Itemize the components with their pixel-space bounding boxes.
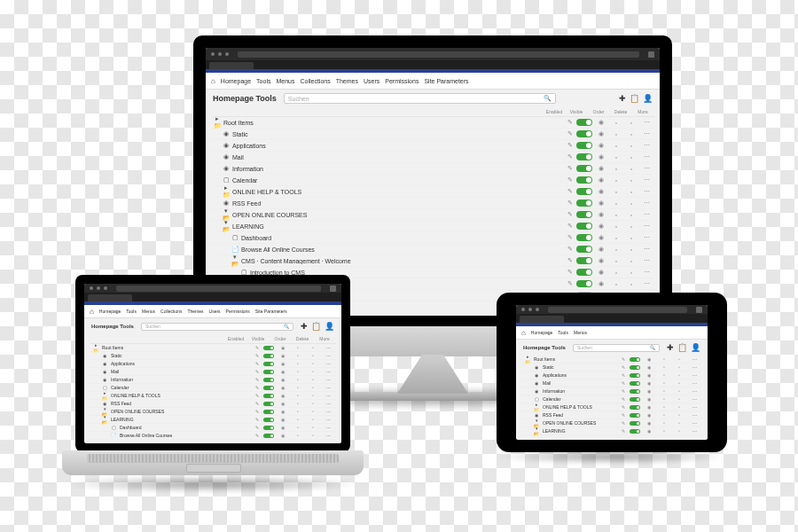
row-action[interactable]: ⋯ xyxy=(322,417,334,422)
nav-item[interactable]: Themes xyxy=(336,78,358,84)
row-action[interactable]: ◉ xyxy=(277,409,289,414)
row-action[interactable]: ▫ xyxy=(673,356,685,362)
tree-row[interactable]: 📄Browse All Online Courses✎◉▫▫⋯ xyxy=(211,244,654,255)
nav-item[interactable]: Tools xyxy=(126,309,137,314)
row-action[interactable]: ◉ xyxy=(595,269,607,276)
row-action[interactable]: ⋯ xyxy=(688,428,700,434)
row-action[interactable]: ⋯ xyxy=(322,369,334,374)
enabled-toggle[interactable] xyxy=(630,413,640,418)
nav-item[interactable]: Collections xyxy=(300,78,330,84)
row-action[interactable]: ▫ xyxy=(292,433,304,438)
row-action[interactable]: ▫ xyxy=(292,393,304,398)
clipboard-icon[interactable]: 📋 xyxy=(630,94,639,103)
row-action[interactable]: ▫ xyxy=(625,258,638,264)
row-action[interactable]: ▫ xyxy=(610,189,622,195)
edit-icon[interactable]: ✎ xyxy=(566,130,574,137)
enabled-toggle[interactable] xyxy=(576,130,592,137)
row-action[interactable]: ▫ xyxy=(658,372,670,378)
edit-icon[interactable]: ✎ xyxy=(253,361,261,366)
row-action[interactable]: ◉ xyxy=(277,425,289,430)
row-action[interactable]: ▫ xyxy=(610,200,622,207)
row-action[interactable]: ⋯ xyxy=(640,269,653,276)
home-icon[interactable]: ⌂ xyxy=(521,329,526,337)
enabled-toggle[interactable] xyxy=(263,410,274,414)
tree-row[interactable]: 📄Browse All Online Courses✎◉▫▫⋯ xyxy=(90,432,336,440)
enabled-toggle[interactable] xyxy=(630,397,640,402)
tree-row[interactable]: ◉Static✎◉▫▫⋯ xyxy=(211,129,654,140)
edit-icon[interactable]: ✎ xyxy=(619,396,627,402)
enabled-toggle[interactable] xyxy=(263,346,274,350)
browser-menu-icon[interactable] xyxy=(648,51,654,58)
edit-icon[interactable]: ✎ xyxy=(566,153,574,160)
edit-icon[interactable]: ✎ xyxy=(253,409,261,414)
edit-icon[interactable]: ✎ xyxy=(566,211,574,218)
row-action[interactable]: ◉ xyxy=(643,428,655,434)
row-action[interactable]: ▫ xyxy=(658,396,670,402)
enabled-toggle[interactable] xyxy=(263,426,274,430)
browser-tab[interactable] xyxy=(520,316,564,323)
row-action[interactable]: ◉ xyxy=(595,211,607,218)
tree-row[interactable]: ◉RSS Feed✎◉▫▫⋯ xyxy=(211,198,654,209)
row-action[interactable]: ▫ xyxy=(307,369,319,374)
edit-icon[interactable]: ✎ xyxy=(253,433,261,438)
tree-row[interactable]: ▾📂OPEN ONLINE COURSES✎◉▫▫⋯ xyxy=(90,408,336,416)
nav-item[interactable]: Menus xyxy=(574,330,587,335)
row-action[interactable]: ▫ xyxy=(610,235,622,241)
row-action[interactable]: ◉ xyxy=(595,165,607,172)
row-action[interactable]: ▫ xyxy=(307,425,319,430)
row-action[interactable]: ◉ xyxy=(595,257,607,264)
enabled-toggle[interactable] xyxy=(576,153,592,160)
row-action[interactable]: ⋯ xyxy=(322,433,334,438)
tree-row[interactable]: ◉Mail✎◉▫▫⋯ xyxy=(211,152,654,163)
tree-row[interactable]: ◉Applications✎◉▫▫⋯ xyxy=(211,140,654,152)
enabled-toggle[interactable] xyxy=(263,362,274,366)
row-action[interactable]: ◉ xyxy=(643,404,655,410)
tree-row[interactable]: ▾📂CMS · Content Management · Welcome✎◉▫▫… xyxy=(211,255,654,267)
enabled-toggle[interactable] xyxy=(576,223,592,230)
row-action[interactable]: ◉ xyxy=(643,388,655,394)
tree-row[interactable]: ▸📁ONLINE HELP & TOOLS✎◉▫▫⋯ xyxy=(521,403,702,411)
enabled-toggle[interactable] xyxy=(630,405,640,410)
row-action[interactable]: ▫ xyxy=(625,189,638,195)
row-action[interactable]: ▫ xyxy=(307,385,319,390)
row-action[interactable]: ▫ xyxy=(658,404,670,410)
edit-icon[interactable]: ✎ xyxy=(566,165,574,172)
tree-row[interactable]: ◉Static✎◉▫▫⋯ xyxy=(90,352,336,360)
row-action[interactable]: ◉ xyxy=(277,385,289,390)
edit-icon[interactable]: ✎ xyxy=(619,388,627,394)
enabled-toggle[interactable] xyxy=(576,142,592,149)
row-action[interactable]: ▫ xyxy=(658,420,670,426)
row-action[interactable]: ▫ xyxy=(307,401,319,406)
row-action[interactable]: ⋯ xyxy=(640,188,653,195)
row-action[interactable]: ▫ xyxy=(673,412,685,418)
row-action[interactable]: ▫ xyxy=(625,223,638,230)
row-action[interactable]: ⋯ xyxy=(640,142,653,149)
row-action[interactable]: ▫ xyxy=(658,428,670,434)
plus-icon[interactable]: ✚ xyxy=(301,322,308,331)
row-action[interactable]: ◉ xyxy=(277,393,289,398)
row-action[interactable]: ▫ xyxy=(307,417,319,422)
row-action[interactable]: ⋯ xyxy=(640,211,653,218)
edit-icon[interactable]: ✎ xyxy=(253,425,261,430)
browser-menu-icon[interactable] xyxy=(330,286,336,292)
edit-icon[interactable]: ✎ xyxy=(253,385,261,390)
row-action[interactable]: ▫ xyxy=(610,212,622,218)
row-action[interactable]: ▫ xyxy=(658,380,670,386)
nav-item[interactable]: Permissions xyxy=(385,78,419,84)
nav-item[interactable]: Users xyxy=(364,78,379,84)
row-action[interactable]: ◉ xyxy=(643,412,655,418)
tree-row[interactable]: ▢Calendar✎◉▫▫⋯ xyxy=(521,395,702,403)
enabled-toggle[interactable] xyxy=(576,188,592,195)
row-action[interactable]: ▫ xyxy=(307,393,319,398)
row-action[interactable]: ⋯ xyxy=(640,280,653,287)
row-action[interactable]: ⋯ xyxy=(688,356,700,362)
row-action[interactable]: ◉ xyxy=(595,280,607,287)
tree-row[interactable]: ◉Information✎◉▫▫⋯ xyxy=(211,163,654,175)
row-action[interactable]: ▫ xyxy=(658,364,670,370)
row-action[interactable]: ▫ xyxy=(610,154,622,160)
tree-row[interactable]: ▾📂LEARNING✎◉▫▫⋯ xyxy=(211,221,654,232)
row-action[interactable]: ⋯ xyxy=(322,353,334,358)
search-input[interactable]: Suchen🔍 xyxy=(284,93,557,104)
edit-icon[interactable]: ✎ xyxy=(566,280,574,287)
edit-icon[interactable]: ✎ xyxy=(619,380,627,386)
